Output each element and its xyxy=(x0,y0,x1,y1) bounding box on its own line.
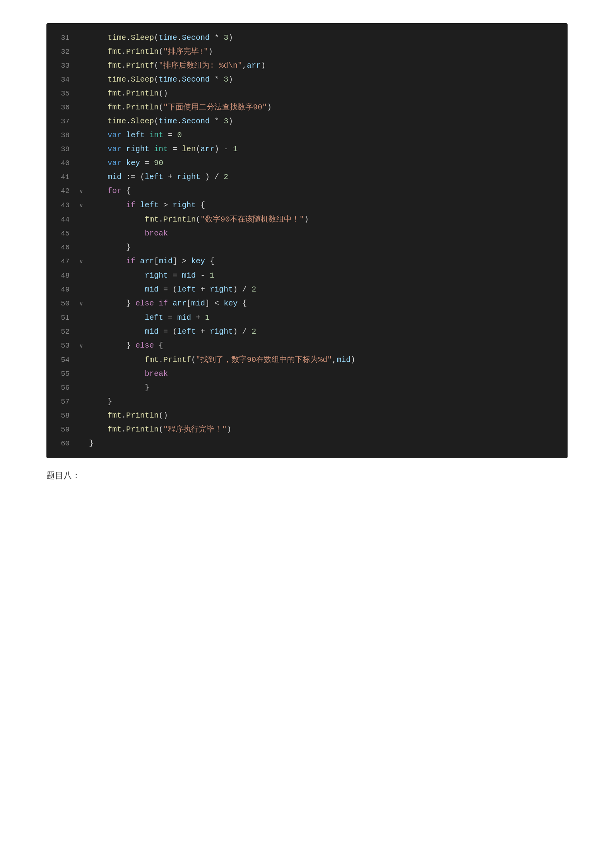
code-line: 55 break xyxy=(46,367,568,381)
code-line: 52 mid = (left + right) / 2 xyxy=(46,325,568,339)
line-number: 42 xyxy=(46,185,77,197)
code-content: mid = (left + right) / 2 xyxy=(85,326,568,338)
line-number: 52 xyxy=(46,326,77,338)
line-number: 47 xyxy=(46,255,77,268)
code-content: right = mid - 1 xyxy=(85,269,568,282)
fold-indicator[interactable]: ∨ xyxy=(77,185,85,198)
code-content: for { xyxy=(85,185,568,197)
line-number: 51 xyxy=(46,312,77,324)
line-number: 32 xyxy=(46,46,77,58)
line-number: 34 xyxy=(46,73,77,86)
code-content: } xyxy=(85,382,568,394)
code-line: 56 } xyxy=(46,381,568,395)
code-content: var right int = len(arr) - 1 xyxy=(85,143,568,155)
code-content: fmt.Println("排序完毕!") xyxy=(85,46,568,58)
line-number: 39 xyxy=(46,143,77,155)
line-number: 31 xyxy=(46,32,77,44)
code-line: 34 time.Sleep(time.Second * 3) xyxy=(46,73,568,87)
line-number: 50 xyxy=(46,297,77,310)
code-line: 47∨ if arr[mid] > key { xyxy=(46,254,568,269)
line-number: 43 xyxy=(46,199,77,211)
code-line: 44 fmt.Println("数字90不在该随机数组中！") xyxy=(46,213,568,227)
code-content: } xyxy=(85,396,568,408)
line-number: 54 xyxy=(46,354,77,366)
code-line: 48 right = mid - 1 xyxy=(46,269,568,283)
code-content: left = mid + 1 xyxy=(85,312,568,324)
code-content: fmt.Println("下面使用二分法查找数字90") xyxy=(85,101,568,114)
line-number: 49 xyxy=(46,283,77,296)
code-line: 37 time.Sleep(time.Second * 3) xyxy=(46,114,568,128)
code-line: 35 fmt.Println() xyxy=(46,87,568,101)
code-line: 39 var right int = len(arr) - 1 xyxy=(46,142,568,156)
code-content: } xyxy=(85,437,568,450)
code-line: 53∨ } else { xyxy=(46,339,568,353)
code-line: 59 fmt.Println("程序执行完毕！") xyxy=(46,423,568,437)
code-line: 46 } xyxy=(46,240,568,254)
code-content: fmt.Println() xyxy=(85,87,568,100)
code-content: if left > right { xyxy=(85,199,568,211)
code-line: 54 fmt.Printf("找到了，数字90在数组中的下标为%d",mid) xyxy=(46,353,568,367)
line-number: 35 xyxy=(46,87,77,100)
line-number: 59 xyxy=(46,423,77,436)
code-line: 38 var left int = 0 xyxy=(46,128,568,142)
code-content: time.Sleep(time.Second * 3) xyxy=(85,32,568,44)
section-label: 题目八： xyxy=(46,470,568,481)
line-number: 40 xyxy=(46,157,77,169)
line-number: 41 xyxy=(46,171,77,183)
line-number: 58 xyxy=(46,409,77,422)
fold-indicator[interactable]: ∨ xyxy=(77,256,85,268)
line-number: 44 xyxy=(46,213,77,226)
code-line: 32 fmt.Println("排序完毕!") xyxy=(46,45,568,59)
fold-indicator[interactable]: ∨ xyxy=(77,340,85,352)
line-number: 36 xyxy=(46,101,77,114)
code-line: 41 mid := (left + right ) / 2 xyxy=(46,170,568,184)
code-line: 42∨ for { xyxy=(46,184,568,198)
line-number: 37 xyxy=(46,115,77,128)
code-content: } else { xyxy=(85,339,568,352)
code-content: var left int = 0 xyxy=(85,129,568,142)
code-block: 31 time.Sleep(time.Second * 3)32 fmt.Pri… xyxy=(46,23,568,458)
line-number: 38 xyxy=(46,129,77,142)
code-content: break xyxy=(85,227,568,240)
code-line: 49 mid = (left + right) / 2 xyxy=(46,283,568,297)
code-content: var key = 90 xyxy=(85,157,568,169)
code-content: time.Sleep(time.Second * 3) xyxy=(85,115,568,128)
code-line: 45 break xyxy=(46,227,568,240)
line-number: 57 xyxy=(46,396,77,408)
code-content: fmt.Printf("找到了，数字90在数组中的下标为%d",mid) xyxy=(85,354,568,366)
code-content: fmt.Printf("排序后数组为: %d\n",arr) xyxy=(85,60,568,72)
code-line: 50∨ } else if arr[mid] < key { xyxy=(46,297,568,311)
line-number: 48 xyxy=(46,269,77,282)
code-line: 36 fmt.Println("下面使用二分法查找数字90") xyxy=(46,101,568,114)
code-line: 58 fmt.Println() xyxy=(46,409,568,423)
code-line: 31 time.Sleep(time.Second * 3) xyxy=(46,31,568,45)
fold-indicator[interactable]: ∨ xyxy=(77,200,85,212)
line-number: 33 xyxy=(46,60,77,72)
line-number: 60 xyxy=(46,437,77,450)
line-number: 45 xyxy=(46,227,77,240)
code-content: fmt.Println("程序执行完毕！") xyxy=(85,423,568,436)
line-number: 56 xyxy=(46,382,77,394)
code-content: } xyxy=(85,241,568,254)
code-content: } else if arr[mid] < key { xyxy=(85,297,568,310)
line-number: 46 xyxy=(46,241,77,254)
code-line: 60} xyxy=(46,437,568,450)
code-content: time.Sleep(time.Second * 3) xyxy=(85,73,568,86)
code-line: 43∨ if left > right { xyxy=(46,198,568,213)
line-number: 55 xyxy=(46,368,77,380)
code-content: fmt.Println("数字90不在该随机数组中！") xyxy=(85,213,568,226)
code-content: fmt.Println() xyxy=(85,409,568,422)
code-content: mid = (left + right) / 2 xyxy=(85,283,568,296)
fold-indicator[interactable]: ∨ xyxy=(77,298,85,310)
code-content: break xyxy=(85,368,568,380)
line-number: 53 xyxy=(46,339,77,352)
code-line: 40 var key = 90 xyxy=(46,156,568,170)
code-line: 33 fmt.Printf("排序后数组为: %d\n",arr) xyxy=(46,59,568,73)
code-line: 51 left = mid + 1 xyxy=(46,311,568,325)
code-line: 57 } xyxy=(46,395,568,409)
code-content: if arr[mid] > key { xyxy=(85,255,568,268)
code-content: mid := (left + right ) / 2 xyxy=(85,171,568,183)
